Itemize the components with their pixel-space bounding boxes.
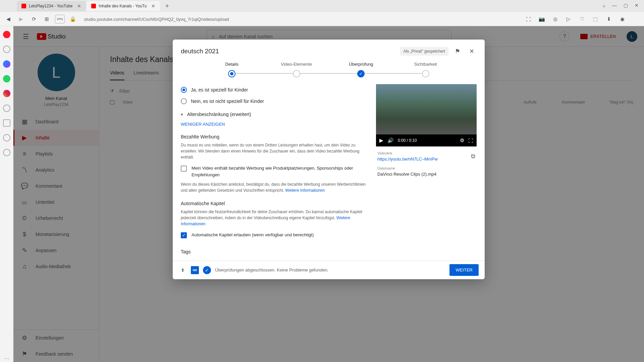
more-info-link[interactable]: Weitere Informationen	[285, 188, 325, 193]
youtube-favicon	[21, 4, 26, 8]
volume-icon[interactable]: 🔊	[387, 137, 394, 143]
download-icon[interactable]: ⬇	[604, 15, 613, 23]
chapters-title: Automatische Kapitel	[181, 201, 368, 206]
filename-value: DaVinci Resolve Clips (2).mp4	[377, 172, 475, 177]
modal-footer: ⬆ HD ✓ Überprüfungen abgeschlossen. Kein…	[173, 260, 485, 279]
copy-icon[interactable]: ⧉	[471, 153, 475, 160]
tiles-icon[interactable]: ⊞	[42, 15, 51, 23]
video-controls: ▶ 🔊 0:00 / 0:10 ⚙ ⛶	[376, 134, 477, 146]
paid-ads-title: Bezahlte Werbung	[181, 134, 368, 139]
video-thumbnail[interactable]	[376, 84, 477, 134]
search-icon[interactable]: ⌕	[603, 3, 605, 8]
youtube-favicon	[91, 4, 96, 8]
radio-icon	[181, 87, 187, 93]
profile-icon[interactable]: ◉	[618, 15, 627, 23]
fullscreen-icon[interactable]: ⛶	[468, 138, 473, 143]
videolink-label: Videolink	[377, 151, 438, 155]
show-less-link[interactable]: WENIGER ANZEIGEN	[181, 122, 368, 127]
video-preview: ▶ 🔊 0:00 / 0:10 ⚙ ⛶	[376, 84, 477, 146]
browser-tab-active[interactable]: Inhalte des Kanals - YouTu ✕	[87, 1, 160, 11]
step-details[interactable]: Details	[200, 62, 264, 77]
forward-icon[interactable]: ▶	[17, 15, 25, 23]
tags-title: Tags	[181, 249, 368, 254]
modal-body: Ja, es ist speziell für Kinder Nein, es …	[173, 84, 485, 260]
check-icon: ✓	[203, 266, 211, 274]
browser-tab[interactable]: LetsPlay1234 - YouTube ✕	[17, 1, 86, 11]
form-area: Ja, es ist speziell für Kinder Nein, es …	[181, 84, 368, 260]
filename-label: Dateiname	[377, 166, 475, 170]
modal-overlay: deutsch 2021 Als „Privat" gespeichert ⚑ …	[13, 26, 644, 362]
url-field[interactable]: studio.youtube.com/channel/UCocN6zQPHQZ_…	[82, 17, 520, 22]
radio-kids-no[interactable]: Nein, es ist nicht speziell für Kinder	[181, 96, 368, 107]
lock-icon[interactable]: 🔒	[69, 15, 77, 23]
feedback-icon[interactable]: ⚑	[452, 46, 463, 56]
radio-kids-yes[interactable]: Ja, es ist speziell für Kinder	[181, 84, 368, 96]
step-dot	[357, 70, 365, 77]
cube-icon[interactable]: ⬚	[591, 15, 600, 23]
gear-icon[interactable]: ⚙	[460, 137, 464, 143]
close-icon[interactable]: ✕	[467, 46, 477, 56]
close-window-icon[interactable]: ✕	[635, 3, 639, 8]
age-restriction-expand[interactable]: ▾ Altersbeschränkung (erweitert)	[181, 107, 368, 122]
chapters-desc: Kapitel können die Nutzerfreundlichkeit …	[181, 209, 368, 227]
window-controls: ⌕ — ▢ ✕	[597, 0, 644, 11]
opera-icon[interactable]	[3, 31, 10, 38]
tab-title: LetsPlay1234 - YouTube	[29, 4, 72, 8]
page-content: ☰ Studio ⌕ ? ERSTELLEN L L Mein Kanal Le…	[13, 26, 644, 362]
more-icon[interactable]: ⋯	[3, 355, 10, 362]
next-button[interactable]: WEITER	[449, 264, 479, 276]
paid-ads-checkbox-row[interactable]: Mein Video enthält bezahlte Werbung wie …	[181, 160, 368, 181]
pin-icon[interactable]	[3, 149, 10, 156]
opera-sidebar: ⋯	[0, 26, 13, 362]
back-icon[interactable]: ◀	[4, 15, 13, 23]
video-time: 0:00 / 0:10	[398, 138, 456, 143]
close-icon[interactable]: ✕	[151, 3, 155, 9]
whatsapp-icon[interactable]	[3, 75, 10, 82]
maximize-icon[interactable]: ▢	[624, 3, 628, 8]
play-icon[interactable]: ▶	[379, 137, 383, 143]
send-icon[interactable]: ▷	[564, 15, 573, 23]
videolink-value[interactable]: https://youtu.be/nN7LC–MmPw	[377, 157, 438, 162]
clock-icon[interactable]	[3, 134, 10, 141]
hd-badge-icon: HD	[191, 266, 199, 274]
paid-ads-desc: Du musst es uns mitteilen, wenn du von e…	[181, 142, 368, 160]
bookmark-icon[interactable]	[3, 46, 10, 53]
checkbox-icon	[181, 232, 187, 238]
new-tab-button[interactable]: +	[163, 2, 171, 10]
instagram-icon[interactable]	[3, 90, 10, 97]
step-visibility[interactable]: Sichtbarkeit	[393, 62, 458, 77]
history-icon[interactable]	[3, 105, 10, 112]
paid-ads-confirm: Wenn du dieses Kästchen anklickst, bestä…	[181, 181, 368, 193]
upload-modal: deutsch 2021 Als „Privat" gespeichert ⚑ …	[173, 40, 485, 279]
step-elements[interactable]: Video-Elemente	[264, 62, 329, 77]
chevron-down-icon: ▾	[181, 112, 183, 117]
step-dot	[293, 70, 300, 77]
vpn-badge[interactable]: VPN	[55, 15, 65, 23]
save-status: Als „Privat" gespeichert	[400, 47, 448, 56]
chapters-checkbox-row[interactable]: Automatische Kapitel erlauben (wenn verf…	[181, 227, 368, 242]
footer-status: Überprüfungen abgeschlossen. Keine Probl…	[215, 267, 328, 273]
modal-title: deutsch 2021	[181, 48, 219, 55]
play-icon[interactable]	[3, 119, 10, 127]
upload-icon[interactable]: ⬆	[179, 266, 187, 274]
reload-icon[interactable]: ⟳	[30, 15, 38, 23]
preview-area: ▶ 🔊 0:00 / 0:10 ⚙ ⛶ Videolink https://yo…	[376, 84, 477, 260]
block-icon[interactable]: ◎	[551, 15, 559, 23]
video-meta: Videolink https://youtu.be/nN7LC–MmPw ⧉ …	[376, 146, 477, 181]
tab-title: Inhalte des Kanals - YouTu	[99, 4, 147, 8]
step-checks[interactable]: Überprüfung	[329, 62, 393, 77]
radio-icon	[181, 98, 187, 104]
screenshot-icon[interactable]: ⛶	[524, 15, 533, 23]
tab-bar: LetsPlay1234 - YouTube ✕ Inhalte des Kan…	[0, 0, 644, 12]
address-bar: ◀ ▶ ⟳ ⊞ VPN 🔒 studio.youtube.com/channel…	[0, 12, 644, 26]
heart-icon[interactable]: ♡	[578, 15, 586, 23]
minimize-icon[interactable]: —	[612, 3, 617, 8]
step-dot	[422, 70, 429, 77]
modal-header: deutsch 2021 Als „Privat" gespeichert ⚑ …	[173, 40, 485, 56]
camera-icon[interactable]: 📷	[537, 15, 546, 23]
close-icon[interactable]: ✕	[77, 3, 81, 9]
checkbox-icon	[181, 166, 187, 172]
messenger-icon[interactable]	[3, 60, 10, 68]
browser-chrome: LetsPlay1234 - YouTube ✕ Inhalte des Kan…	[0, 0, 644, 26]
step-dot	[228, 70, 235, 77]
